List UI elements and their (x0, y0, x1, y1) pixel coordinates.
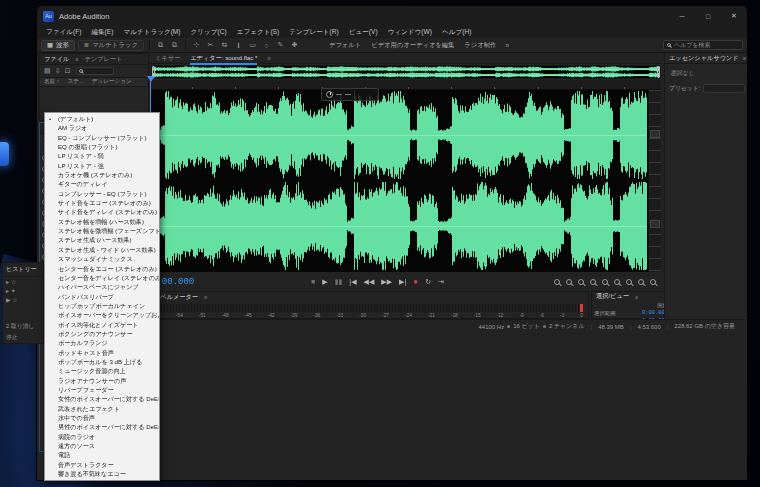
preset-option[interactable]: ミュージック音源の向上 (45, 366, 159, 375)
zoom-in-time-icon[interactable] (578, 279, 584, 285)
waveform-view-button[interactable]: ▦ 波形 (41, 40, 75, 51)
skip-to-start-button[interactable]: |◀ (349, 278, 356, 285)
playhead-handle[interactable] (147, 76, 155, 82)
workspace-overflow-chevron[interactable]: » (505, 42, 509, 49)
preset-option[interactable]: (デフォルト) (45, 114, 159, 123)
panel-menu-icon[interactable]: ≡ (267, 55, 270, 61)
preset-option[interactable]: 電話 (45, 450, 159, 459)
amplitude-ruler[interactable] (648, 90, 661, 272)
overview-strip[interactable] (151, 65, 661, 79)
loop-playback-button[interactable]: ↻ (425, 278, 431, 285)
stop-button[interactable]: ■ (311, 278, 315, 285)
workspace-item[interactable]: デフォルト (329, 41, 361, 50)
clip-indicator[interactable] (580, 304, 583, 312)
zoom-in-inpoint-icon[interactable] (602, 279, 608, 285)
preset-option[interactable]: ステレオ幅を増幅 (ハース効果) (45, 217, 159, 226)
zoom-out-amplitude-icon[interactable] (566, 279, 572, 285)
waveform-area[interactable] (151, 90, 661, 272)
preset-option[interactable]: ステレオ生成 (ハース効果) (45, 235, 159, 244)
files-search-input[interactable] (76, 67, 114, 75)
column-duration[interactable]: デュレーション (92, 78, 132, 86)
tab-editor[interactable]: エディター: sound.flac * (190, 54, 257, 63)
preset-option[interactable]: ラジオアナウンサーの声 (45, 376, 159, 385)
preset-option[interactable]: 武装されたエフェクト (45, 404, 159, 413)
skip-to-end-button[interactable]: ▶| (399, 278, 406, 285)
preset-option[interactable]: LP リストア - 強 (45, 161, 159, 170)
time-display[interactable]: 0:00.000 (151, 277, 221, 287)
volume-hud[interactable] (321, 88, 379, 101)
column-name[interactable]: 名前 ↑ (44, 78, 60, 86)
preset-option[interactable]: ハイパースペースにジャンプ (45, 282, 159, 291)
minimize-button[interactable]: ─ (669, 6, 695, 26)
history-item[interactable]: ▸ ✦ (3, 286, 43, 295)
rewind-button[interactable]: ◀◀ (364, 278, 375, 285)
preset-option[interactable]: リバーブフェーダー (45, 385, 159, 394)
preset-option[interactable]: サイド音をエコー (ステレオのみ) (45, 198, 159, 207)
panel-menu-icon[interactable]: ≡ (635, 294, 638, 300)
tab-essential-sound[interactable]: エッセンシャルサウンド (669, 54, 739, 63)
open-folder-icon[interactable]: ▤ (44, 67, 51, 75)
menu-item[interactable]: ヘルプ(H) (437, 28, 476, 37)
selection-start[interactable]: 0:00.000 (628, 310, 668, 317)
move-tool-icon[interactable]: ⊹ (191, 41, 202, 49)
history-item[interactable]: ▸ ☆ (3, 277, 43, 286)
preset-option[interactable]: AM ラジオ (45, 123, 159, 132)
zoom-reset-icon[interactable] (650, 279, 656, 285)
preset-option[interactable]: ギターのディレイ (45, 179, 159, 188)
preset-option[interactable]: ステレオ生成 - ワイド (ハース効果) (45, 245, 159, 254)
volume-knob-icon[interactable] (326, 91, 333, 98)
media-browser-icon[interactable]: ⊡ (65, 67, 71, 75)
essential-preset-dropdown[interactable] (703, 84, 745, 93)
panel-menu-icon[interactable]: ≡ (204, 294, 207, 300)
preset-option[interactable]: 男性のボイスオーバーに対する DeEsser と抑制 (45, 422, 159, 431)
panel-menu-icon[interactable]: ≡ (75, 56, 78, 62)
channel-left-badge[interactable] (650, 130, 660, 138)
overview-waveform[interactable] (152, 66, 660, 78)
tab-level-meters[interactable]: レベルメーター (154, 293, 198, 302)
history-undo-count[interactable]: 2 取り消し (6, 322, 34, 331)
preset-option[interactable]: ポッドキャスト音声 (45, 348, 159, 357)
panel-menu-icon[interactable]: ≡ (743, 55, 746, 61)
zoom-out-time-icon[interactable] (590, 279, 596, 285)
preset-option[interactable]: センター音をエコー (ステレオのみ) (45, 264, 159, 273)
preset-option[interactable]: 遠方のソース (45, 441, 159, 450)
paintbrush-selection-tool-icon[interactable]: ✎ (275, 41, 286, 49)
channel-right-badge[interactable] (650, 220, 660, 228)
record-button[interactable]: ● (413, 278, 418, 286)
preset-option[interactable]: カラオケ機 (ステレオのみ) (45, 170, 159, 179)
tab-selection-view[interactable]: 選択/ビュー (596, 292, 629, 301)
time-selection-tool-icon[interactable]: I (233, 42, 244, 49)
tab-history[interactable]: ヒストリー (3, 263, 43, 277)
time-ruler[interactable]: 0:01.00:02.00:03.00:04.00:05.00:06.00:07… (151, 80, 661, 90)
tab-files[interactable]: ファイル (44, 55, 69, 64)
preset-option[interactable]: EQ - コンプレッサー (フラット) (45, 133, 159, 142)
preset-option[interactable]: 水中での音声 (45, 413, 159, 422)
skip-selection-button[interactable]: ⇥ (438, 278, 444, 285)
workspace-item[interactable]: ビデオ用のオーディオを編集 (371, 41, 454, 50)
menu-item[interactable]: エフェクト(S) (232, 28, 285, 37)
menu-item[interactable]: ファイル(F) (41, 28, 86, 37)
menu-item[interactable]: マルチトラック(M) (118, 28, 185, 37)
titlebar[interactable]: Au Adobe Audition ─ □ ✕ (37, 6, 747, 26)
marquee-selection-tool-icon[interactable]: ▭ (247, 41, 258, 49)
history-item[interactable]: ▶ ☆ (3, 295, 43, 304)
razor-tool-icon[interactable]: ✂ (205, 41, 216, 49)
multitrack-view-button[interactable]: ≣ マルチトラック (78, 40, 144, 51)
menu-item[interactable]: テンプレート(R) (284, 28, 344, 37)
zoom-to-selection-icon[interactable] (626, 279, 632, 285)
preset-option[interactable]: 音声デストラクター (45, 460, 159, 469)
menu-item[interactable]: ビュー(V) (344, 28, 383, 37)
preset-option[interactable]: ボイス均等化とノイズゲート (45, 320, 159, 329)
lasso-selection-tool-icon[interactable]: ○ (261, 42, 272, 49)
monitor-icon-a[interactable]: ⧉ (155, 41, 166, 49)
monitor-icon-b[interactable]: ⧉ (169, 41, 180, 49)
preset-option[interactable]: ヒップホップボーカルチェイン (45, 301, 159, 310)
menu-item[interactable]: ウィンドウ(W) (383, 28, 437, 37)
import-file-icon[interactable]: ⇩ (55, 67, 61, 75)
menu-item[interactable]: 編集(E) (86, 28, 118, 37)
preset-option[interactable]: ポップボーカルを 3 dB 上げる (45, 357, 159, 366)
preset-option[interactable]: 病院のラジオ (45, 432, 159, 441)
preset-option[interactable]: ボクシングのアナウンサー (45, 329, 159, 338)
preset-option[interactable]: 響き渡る不気味なエコー (45, 469, 159, 478)
preset-option[interactable]: LP リストア - 弱 (45, 151, 159, 160)
